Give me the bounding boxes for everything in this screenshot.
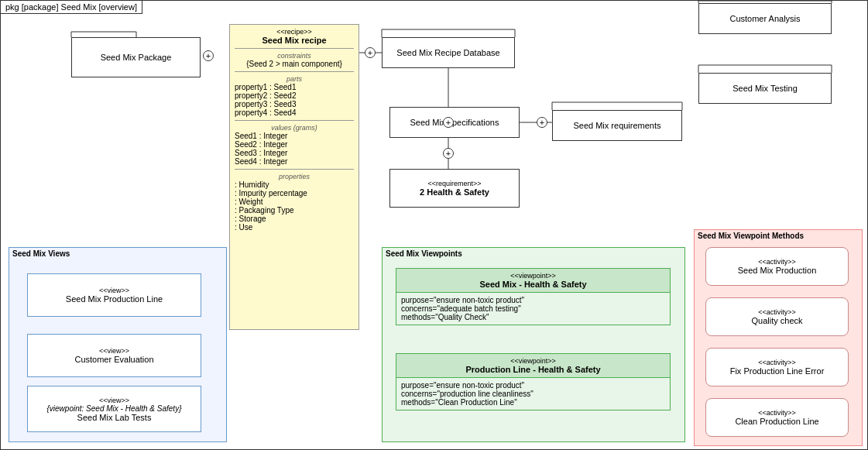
seed-mix-package-label: Seed Mix Package bbox=[101, 53, 172, 62]
activity-fix-error: <<activity>> Fix Production Line Error bbox=[705, 348, 849, 386]
circle-plus-package-recipe: + bbox=[203, 50, 214, 61]
vp-pl-title: Production Line - Health & Safety bbox=[401, 365, 665, 374]
act-qc-stereotype: <<activity>> bbox=[758, 308, 796, 316]
view-lab-italic-label: {viewpoint: Seed Mix - Health & Safety} bbox=[47, 404, 182, 413]
seed-mix-viewpoints-label: Seed Mix Viewpoints bbox=[383, 248, 684, 259]
diagram: pkg [package] Seed Mix [overview] bbox=[0, 0, 868, 450]
recipe-database-label: Seed Mix Recipe Database bbox=[396, 48, 499, 57]
act-clean-stereotype: <<activity>> bbox=[758, 409, 796, 417]
health-safety-stereotype: <<requirement>> bbox=[427, 180, 481, 187]
constraints-label: constraints bbox=[235, 52, 354, 60]
diagram-title: pkg [package] Seed Mix [overview] bbox=[5, 2, 137, 12]
vp-hs-concerns: concerns="adequate batch testing" bbox=[401, 304, 665, 313]
seed-mix-specifications-box: Seed Mix specifications bbox=[389, 107, 520, 138]
customer-analysis-box: Customer Analysis bbox=[698, 3, 832, 34]
properties-list: : Humidity : Impurity percentage : Weigh… bbox=[235, 180, 354, 232]
view-lab-stereotype: <<view>> bbox=[99, 397, 129, 404]
act-clean-label: Clean Production Line bbox=[735, 417, 818, 426]
viewpoint-methods-label: Seed Mix Viewpoint Methods bbox=[695, 230, 862, 242]
vp-hs-purpose: purpose="ensure non-toxic product" bbox=[401, 296, 665, 304]
vp-pl-stereotype: <<viewpoint>> bbox=[401, 357, 665, 365]
viewpoint-production-line: <<viewpoint>> Production Line - Health &… bbox=[396, 353, 671, 435]
title-bar: pkg [package] Seed Mix [overview] bbox=[1, 1, 142, 14]
circle-plus-spec: + bbox=[443, 117, 454, 128]
act-prod-label: Seed Mix Production bbox=[738, 266, 817, 275]
view-production-label: Seed Mix Production Line bbox=[66, 294, 163, 304]
view-lab-label: Seed Mix Lab Tests bbox=[77, 413, 152, 422]
customer-analysis-label: Customer Analysis bbox=[729, 14, 800, 23]
vp-hs-methods: methods="Quality Check" bbox=[401, 313, 665, 321]
vp-pl-methods: methods="Clean Production Line" bbox=[401, 398, 665, 407]
constraints-value: {Seed 2 > main component} bbox=[235, 60, 354, 68]
activity-production: <<activity>> Seed Mix Production bbox=[705, 247, 849, 286]
act-qc-label: Quality check bbox=[751, 316, 802, 325]
values-label: values (grams) bbox=[235, 124, 354, 132]
activity-clean: <<activity>> Clean Production Line bbox=[705, 398, 849, 437]
recipe-title: Seed Mix recipe bbox=[235, 36, 354, 45]
recipe-stereotype: <<recipe>> bbox=[235, 28, 354, 36]
seed-mix-requirements-box: Seed Mix requirements bbox=[552, 110, 682, 141]
vp-pl-purpose: purpose="ensure non-toxic product" bbox=[401, 381, 665, 390]
act-fix-stereotype: <<activity>> bbox=[758, 359, 796, 366]
parts-label: parts bbox=[235, 75, 354, 83]
seed-mix-specifications-label: Seed Mix specifications bbox=[410, 118, 499, 127]
act-prod-stereotype: <<activity>> bbox=[758, 258, 796, 266]
vp-hs-stereotype: <<viewpoint>> bbox=[401, 272, 665, 280]
seed-mix-requirements-label: Seed Mix requirements bbox=[573, 121, 660, 130]
act-fix-label: Fix Production Line Error bbox=[730, 366, 825, 376]
view-production-stereotype: <<view>> bbox=[99, 287, 129, 294]
seed-mix-recipe-box: <<recipe>> Seed Mix recipe constraints {… bbox=[229, 24, 359, 330]
circle-plus-recipe-db: + bbox=[365, 47, 376, 58]
seed-testing-box: Seed Mix Testing bbox=[698, 73, 832, 104]
seed-mix-recipe-database-box: Seed Mix Recipe Database bbox=[382, 37, 515, 68]
health-safety-box: <<requirement>> 2 Health & Safety bbox=[389, 169, 520, 208]
view-customer-label: Customer Evaluation bbox=[74, 355, 153, 364]
circle-plus-req: + bbox=[537, 117, 547, 128]
seed-mix-views-label: Seed Mix Views bbox=[9, 248, 226, 259]
vp-pl-concerns: concerns="production line cleanliness" bbox=[401, 390, 665, 398]
health-safety-title: 2 Health & Safety bbox=[420, 187, 489, 197]
view-customer-stereotype: <<view>> bbox=[99, 347, 129, 355]
activity-quality-check: <<activity>> Quality check bbox=[705, 297, 849, 336]
parts-list: property1 : Seed1 property2 : Seed2 prop… bbox=[235, 83, 354, 117]
seed-testing-label: Seed Mix Testing bbox=[732, 84, 798, 93]
viewpoint-health-safety: <<viewpoint>> Seed Mix - Health & Safety… bbox=[396, 268, 671, 345]
vp-hs-title: Seed Mix - Health & Safety bbox=[401, 280, 665, 289]
properties-label: properties bbox=[235, 173, 354, 180]
values-list: Seed1 : Integer Seed2 : Integer Seed3 : … bbox=[235, 132, 354, 166]
seed-mix-package-box: Seed Mix Package bbox=[71, 37, 201, 77]
circle-plus-health: + bbox=[443, 148, 454, 159]
